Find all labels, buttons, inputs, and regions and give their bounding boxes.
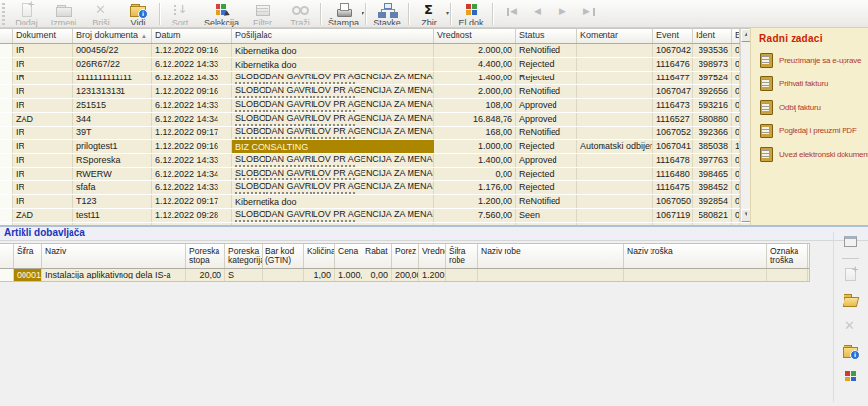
column-header-Ed[interactable]: Ed <box>732 29 740 43</box>
toolbar-separator <box>408 3 409 25</box>
cell: Automatski odbijeno <box>577 140 653 153</box>
supplier-item-row[interactable]: 00001Instalacija aplikativnog dela IS-a2… <box>0 269 809 281</box>
folder-info-button[interactable] <box>842 343 859 361</box>
table-row[interactable]: IR11111111111116.12.2022 14:33SLOBODAN G… <box>0 72 750 85</box>
task-odbij-fakturu[interactable]: Odbij fakturu <box>751 95 868 119</box>
tasks-list: Preuzimanje sa e-upravePrihvati fakturuO… <box>751 48 868 166</box>
cell: 1.400,00 <box>434 72 516 84</box>
item-column-header-Šifra robe[interactable]: Šifra robe <box>446 244 478 268</box>
task-prihvati-fakturu[interactable]: Prihvati fakturu <box>751 72 868 95</box>
item-column-header-Rabat[interactable]: Rabat <box>362 244 392 268</box>
table-row[interactable]: IRT1231.12.2022 09:17Kibernetika doo1.20… <box>0 195 750 209</box>
item-column-header-Vrednos[interactable]: Vrednos <box>419 244 446 268</box>
item-column-header-Naziv robe[interactable]: Naziv robe <box>478 244 624 268</box>
sender-cell: SLOBODAN GAVRILOV PR AGENCIJA ZA MENADŽM… <box>232 113 434 126</box>
table-row[interactable]: IRRSporeska6.12.2022 14:33SLOBODAN GAVRI… <box>0 154 750 168</box>
toolbar-drag-handle[interactable] <box>2 3 5 25</box>
item-column-header-Cena[interactable]: Cena <box>335 244 362 268</box>
clipboard-icon <box>759 123 774 138</box>
task-uvezi-elektronski-dokument[interactable]: Uvezi elektronski dokument <box>751 142 868 166</box>
item-cell: S <box>225 269 263 281</box>
open-folder-button[interactable] <box>842 292 859 310</box>
task-pogledaj-i-preuzmi-pdf[interactable]: Pogledaj i preuzmi PDF <box>751 119 868 142</box>
item-cell <box>478 269 624 281</box>
sender-second-line-clipped <box>235 165 356 167</box>
table-row[interactable]: IRsfafa6.12.2022 14:33SLOBODAN GAVRILOV … <box>0 181 750 195</box>
column-header-Ident[interactable]: Ident <box>693 29 732 43</box>
sender-second-line-clipped <box>235 110 356 112</box>
column-header-Pošiljalac[interactable]: Pošiljalac <box>232 29 434 43</box>
tampa-button[interactable]: Štampa▾ <box>323 0 363 27</box>
nav-prev-icon <box>530 5 548 21</box>
table-row[interactable]: IRRWERW6.12.2022 14:34SLOBODAN GAVRILOV … <box>0 168 750 181</box>
item-column-header-Bar kod (GTIN)[interactable]: Bar kod (GTIN) <box>263 244 304 268</box>
item-column-header-Šifra[interactable]: Šifra <box>14 244 42 268</box>
cell: 2.000,00 <box>434 44 516 57</box>
table-row[interactable]: IR39T1.12.2022 09:17SLOBODAN GAVRILOV PR… <box>0 127 750 140</box>
column-header-Broj dokumenta[interactable]: Broj dokumenta▲ <box>73 29 152 43</box>
column-header-Dokument[interactable]: Dokument <box>13 29 73 43</box>
tasks-sidebar: Radni zadaci Preuzimanje sa e-upravePrih… <box>750 28 868 225</box>
column-header-Komentar[interactable]: Komentar <box>577 29 653 43</box>
table-row[interactable]: IRprilogtest11.12.2022 09:16BIZ CONSALTI… <box>0 140 750 154</box>
zbir-button[interactable]: Zbir▾ <box>410 0 448 27</box>
cell: 1.12.2022 09:16 <box>152 44 232 57</box>
toolbar-button-label: Sort <box>172 18 189 27</box>
table-row[interactable]: ZADtest111.12.2022 09:28SLOBODAN GAVRILO… <box>0 209 750 223</box>
item-column-header-selector[interactable] <box>0 244 14 268</box>
cell: 0 <box>732 85 740 98</box>
cell <box>0 140 13 153</box>
stavke-button[interactable]: Stavke <box>368 0 406 27</box>
column-header-Vrednost[interactable]: Vrednost <box>434 29 516 43</box>
cell: 580821 <box>693 209 732 222</box>
dropdown-arrow-icon[interactable]: ▾ <box>446 9 449 16</box>
cell: 0 <box>732 168 740 180</box>
column-header-Status[interactable]: Status <box>516 29 577 43</box>
cell <box>577 85 653 98</box>
panel-toggle-button[interactable] <box>842 232 859 250</box>
column-header-Event[interactable]: Event <box>653 29 693 43</box>
table-row[interactable]: IR026R67/226.12.2022 14:33Kibernetika do… <box>0 58 750 72</box>
column-header-Datum[interactable]: Datum <box>152 29 232 43</box>
sender-cell: BIZ CONSALTING <box>232 140 434 153</box>
cell: 580880 <box>693 113 732 126</box>
colored-squares-button[interactable] <box>842 369 859 386</box>
toolbar-button-label: Dodaj <box>15 18 38 27</box>
item-column-header-Oznaka troška[interactable]: Oznaka troška <box>767 244 808 268</box>
vidi-button[interactable]: Vidi <box>120 0 157 27</box>
item-column-header-Naziv troška[interactable]: Naziv troška <box>624 244 767 268</box>
supplier-items-header: ŠifraNazivPoreska stopaPoreska kategorij… <box>0 244 809 269</box>
table-row[interactable]: IR12313131311.12.2022 09:16SLOBODAN GAVR… <box>0 85 750 99</box>
dropdown-arrow-icon[interactable]: ▾ <box>362 9 364 16</box>
cell <box>0 195 13 208</box>
cell: 397524 <box>693 72 732 84</box>
nav-next-icon <box>555 5 573 21</box>
printer-icon <box>335 2 353 18</box>
item-column-header-Poreska stopa[interactable]: Poreska stopa <box>186 244 225 268</box>
cell: 1067050 <box>653 195 693 208</box>
item-column-header-Naziv[interactable]: Naziv <box>42 244 186 268</box>
task-preuzimanje-sa-e-uprave[interactable]: Preuzimanje sa e-uprave <box>751 48 868 72</box>
sender-second-line-clipped <box>235 178 356 180</box>
cell <box>0 209 13 222</box>
item-cell <box>767 269 808 281</box>
cell <box>0 85 13 98</box>
cell: 1.12.2022 09:17 <box>152 127 232 139</box>
sender-name: SLOBODAN GAVRILOV PR AGENCIJA ZA MENADŽM… <box>235 181 430 191</box>
table-row[interactable]: IR000456/221.12.2022 09:16Kibernetika do… <box>0 44 750 58</box>
cell: 6.12.2022 14:33 <box>152 181 232 194</box>
item-column-header-Poreska kategorija[interactable]: Poreska kategorija <box>225 244 263 268</box>
selekcija-button[interactable]: Selekcija <box>199 0 244 27</box>
item-column-header-Količina[interactable]: Količina <box>304 244 335 268</box>
sender-second-line-clipped <box>235 220 356 222</box>
cell <box>577 181 653 194</box>
cell: Seen <box>516 209 577 222</box>
item-cell: 1.200,... <box>419 269 446 281</box>
eldok-button[interactable]: El.dok <box>453 0 490 27</box>
add-document-icon <box>18 2 35 18</box>
task-label: Uvezi elektronski dokument <box>779 150 868 159</box>
column-header-selector[interactable] <box>0 29 13 43</box>
table-row[interactable]: ZAD3446.12.2022 14:34SLOBODAN GAVRILOV P… <box>0 113 750 127</box>
table-row[interactable]: IR2515156.12.2022 14:33SLOBODAN GAVRILOV… <box>0 99 750 113</box>
item-column-header-Porez[interactable]: Porez <box>392 244 419 268</box>
